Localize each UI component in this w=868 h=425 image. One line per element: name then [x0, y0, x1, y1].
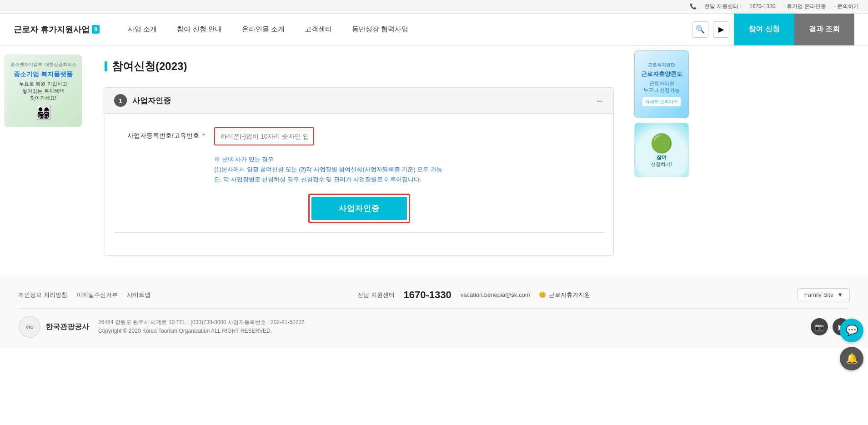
form-label-business-id: 사업자등록번호/고유번호 * — [114, 127, 205, 140]
family-site-button[interactable]: Family Site ▼ — [798, 288, 850, 301]
brand-label: 근로자휴가지원 — [549, 291, 590, 299]
footer: 개인정보 처리방침 이메일수신거부 사이트맵 전담 지원센터 1670-1330… — [0, 279, 868, 347]
family-site-label: Family Site — [804, 291, 833, 298]
footer-bottom: KTO 한국관광공사 26464 강원도 원주시 세계로 10 TEL : (0… — [18, 309, 850, 338]
ad-sub2: 쌓여있는 복지혜택 — [22, 88, 64, 95]
right-ad-banner2[interactable]: 🟢 참여 신청하기! — [634, 123, 689, 177]
section-divider — [114, 232, 604, 233]
float-alert-button[interactable]: 🔔 — [840, 347, 863, 347]
notice-line1: ※ 본/지사가 있는 경우 — [214, 155, 604, 165]
footer-link-sitemap[interactable]: 사이트맵 — [127, 291, 151, 299]
youtube-icon: ▶ — [718, 25, 724, 34]
footer-camera-icon[interactable]: 📷 — [811, 318, 828, 335]
content-area: 참여신청(2023) 1 사업자인증 – 사업자등록번호/고유번호 * — [86, 45, 632, 279]
footer-org-name: 한국관광공사 — [45, 322, 89, 332]
right-ad-line2: 누구나 신청가능 — [643, 87, 680, 94]
required-mark: * — [203, 132, 205, 139]
topbar-online-mall[interactable]: 휴가업 온라인몰 — [787, 3, 826, 10]
ad-logos: 중소벤처기업부 대한상공회의소 — [10, 61, 76, 68]
right-ad-cta[interactable]: 자세히 보러가기 — [642, 97, 681, 106]
verify-button[interactable]: 사업자인증 — [311, 197, 407, 220]
footer-phone: 1670-1330 — [404, 289, 452, 301]
footer-address: 26464 강원도 원주시 세계로 10 TEL : (033)738-3000… — [98, 318, 305, 327]
header-icons: 🔍 ▶ — [692, 21, 729, 38]
footer-link-privacy[interactable]: 개인정보 처리방침 — [18, 291, 67, 299]
footer-copyright: Copyright © 2020 Korea Tourism Organizat… — [98, 327, 305, 335]
chat-icon: 💬 — [846, 325, 858, 336]
right-ad2-line1: 참여 — [657, 154, 667, 161]
page-title: 참여신청(2023) — [112, 59, 187, 74]
chevron-down-icon: ▼ — [837, 291, 843, 298]
footer-link-email-opt[interactable]: 이메일수신거부 — [76, 291, 118, 299]
cta-apply-button[interactable]: 참여 신청 — [734, 14, 794, 45]
notice-line2: (1)본사에서 일괄 참여신청 또는 (2)각 사업장별 참여신청(사업자등록증… — [214, 165, 604, 175]
footer-logo-area: KTO 한국관광공사 — [18, 315, 89, 338]
topbar-sep1: · — [783, 3, 787, 10]
footer-links: 개인정보 처리방침 이메일수신거부 사이트맵 — [18, 291, 151, 299]
nav-intro[interactable]: 사업 소개 — [118, 14, 167, 45]
right-ad2-emoji: 🟢 — [650, 133, 673, 154]
section-collapse-icon[interactable]: – — [595, 95, 604, 106]
section-header: 1 사업자인증 – — [105, 88, 613, 114]
header-cta: 참여 신청 결과 조회 — [734, 14, 854, 45]
right-ad2-line2: 신청하기! — [651, 161, 672, 168]
section-title: 사업자인증 — [132, 95, 171, 106]
ad-sub1: 무료로 회원 가입하고 — [19, 80, 67, 87]
page-title-accent — [105, 61, 107, 71]
footer-info: 26464 강원도 원주시 세계로 10 TEL : (033)738-3000… — [98, 318, 305, 335]
footer-brand: 😊 근로자휴가지원 — [539, 291, 590, 299]
logo-text: 근로자 휴가지원사업 — [14, 24, 90, 35]
youtube-icon-button[interactable]: ▶ — [713, 21, 729, 38]
logo[interactable]: 근로자 휴가지원사업 9 — [14, 24, 100, 35]
search-icon: 🔍 — [696, 25, 705, 34]
header: 근로자 휴가지원사업 9 사업 소개 참여 신청 안내 온라인몰 소개 고객센터… — [0, 14, 868, 45]
section-number: 1 — [114, 94, 127, 107]
phone-icon: 📞 — [690, 3, 697, 10]
ad-logo2: 대한상공회의소 — [45, 61, 76, 68]
brand-icon: 😊 — [539, 291, 546, 298]
footer-contact: 전담 지원센터 1670-1330 vacation.benepia@sk.co… — [357, 289, 591, 301]
search-icon-button[interactable]: 🔍 — [692, 21, 708, 38]
notice-line3: 단, 각 사업장별로 신청하실 경우 신청접수 및 관리가 사업장별로 이루어집… — [214, 175, 604, 185]
cta-result-button[interactable]: 결과 조회 — [794, 14, 854, 45]
section-business-verify: 1 사업자인증 – 사업자등록번호/고유번호 * — [105, 87, 614, 256]
topbar-sep2: · — [834, 3, 837, 10]
business-id-input[interactable] — [214, 127, 314, 145]
footer-email: vacation.benepia@sk.com — [461, 291, 530, 298]
nav-guide[interactable]: 참여 신청 안내 — [167, 14, 231, 45]
logo-accent: 9 — [92, 25, 100, 34]
topbar-inquiry[interactable]: 문의하기 — [837, 3, 859, 10]
topbar-phone: 1670-1330 — [749, 3, 775, 10]
page-title-row: 참여신청(2023) — [105, 59, 614, 74]
section-body: 사업자등록번호/고유번호 * ※ 본/지사가 있는 경우 (1)본사에서 일괄 … — [105, 114, 613, 255]
svg-text:KTO: KTO — [26, 325, 34, 330]
right-ad-banner1[interactable]: 근로복지공단 근로자휴양콘도 근로자라면 누구나 신청가능 자세히 보러가기 — [634, 50, 689, 118]
nav-mall[interactable]: 온라인몰 소개 — [232, 14, 295, 45]
main-wrapper: 중소벤처기업부 대한상공회의소 중소기업 복지플랫폼 무료로 회원 가입하고 쌓… — [0, 45, 868, 279]
nav-partner[interactable]: 동반성장 협력사업 — [342, 14, 418, 45]
camera-icon: 📷 — [815, 323, 824, 331]
left-ad-banner[interactable]: 중소벤처기업부 대한상공회의소 중소기업 복지플랫폼 무료로 회원 가입하고 쌓… — [5, 55, 82, 127]
verify-btn-wrapper: 사업자인증 — [308, 194, 410, 223]
form-input-area — [214, 127, 604, 145]
verify-btn-area: 사업자인증 — [114, 194, 604, 223]
form-row-business-id: 사업자등록번호/고유번호 * — [114, 127, 604, 145]
topbar-phone-prefix: 전담 지원센터 : — [704, 3, 743, 10]
right-ad-brand: 근로복지공단 — [648, 62, 675, 68]
ad-people-icon: 👨‍👩‍👧‍👦 — [35, 105, 52, 120]
ad-sub3: 찾아가세요! — [30, 95, 56, 101]
footer-top: 개인정보 처리방침 이메일수신거부 사이트맵 전담 지원센터 1670-1330… — [18, 288, 850, 309]
nav-cs[interactable]: 고객센터 — [295, 14, 342, 45]
left-ad-area: 중소벤처기업부 대한상공회의소 중소기업 복지플랫폼 무료로 회원 가입하고 쌓… — [0, 45, 86, 279]
main-nav: 사업 소개 참여 신청 안내 온라인몰 소개 고객센터 동반성장 협력사업 — [118, 14, 692, 45]
notice-text: ※ 본/지사가 있는 경우 (1)본사에서 일괄 참여신청 또는 (2)각 사업… — [214, 155, 604, 185]
right-ad-line1: 근로자라면 — [649, 80, 674, 87]
ad-title: 중소기업 복지플랫폼 — [14, 70, 73, 79]
right-ad-area: 근로복지공단 근로자휴양콘도 근로자라면 누구나 신청가능 자세히 보러가기 🟢… — [632, 45, 691, 279]
float-buttons: 💬 🔔 — [840, 319, 863, 347]
kto-logo: KTO — [18, 315, 41, 338]
float-chat-button[interactable]: 💬 — [840, 319, 863, 342]
label-text: 사업자등록번호/고유번호 — [127, 132, 199, 139]
section-header-left: 1 사업자인증 — [114, 94, 171, 107]
footer-phone-label: 전담 지원센터 — [357, 291, 395, 299]
